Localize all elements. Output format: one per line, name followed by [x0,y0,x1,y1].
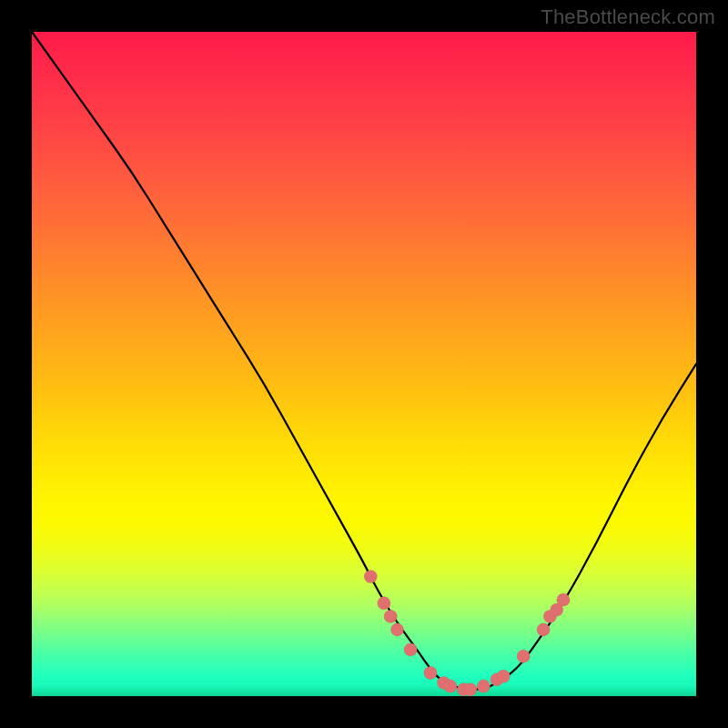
data-marker [384,610,397,622]
data-marker [444,680,457,693]
data-marker [477,680,490,693]
data-marker [537,623,550,636]
plot-area [32,32,696,696]
marker-group [364,570,570,696]
data-marker [557,593,570,606]
data-marker [517,650,530,662]
data-marker [424,666,437,679]
data-marker [497,670,510,682]
bottleneck-curve-path [32,32,696,690]
data-marker [390,623,403,636]
chart-svg [32,32,696,696]
data-marker [464,683,477,696]
data-marker [364,570,377,582]
data-marker [404,643,417,656]
data-marker [378,597,390,610]
watermark-text: TheBottleneck.com [541,5,715,29]
